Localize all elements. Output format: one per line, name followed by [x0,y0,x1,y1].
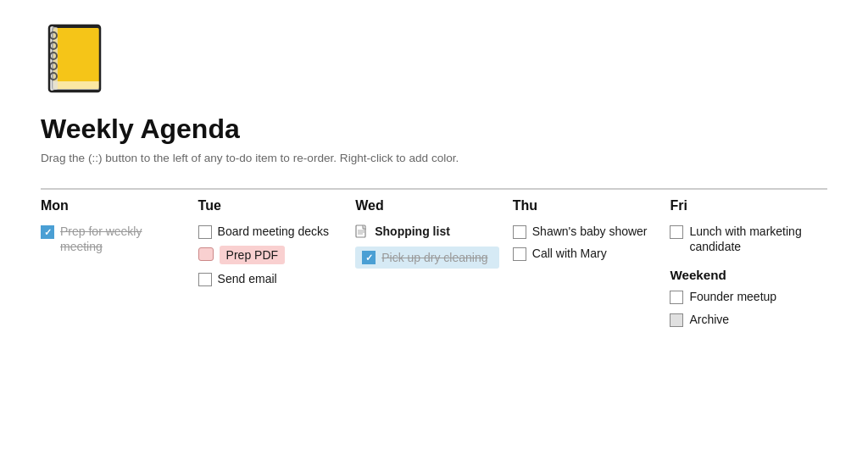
list-item: Pick up dry cleaning [355,247,499,269]
task-text: Pick up dry cleaning [381,250,487,265]
list-item: Prep PDF [198,246,342,264]
task-checkbox[interactable] [198,247,214,261]
list-item: Send email [198,271,342,286]
day-label-mon: Mon [41,198,185,213]
section-header-weekend: Weekend [670,268,814,282]
notebook-icon [41,20,108,97]
task-text: Archive [689,312,729,327]
document-icon [355,224,369,240]
day-col-mon: Mon Prep for weekly meeting [41,188,198,261]
task-checkbox[interactable] [362,251,376,264]
day-col-tue: Tue Board meeting decks Prep PDF Send em… [198,188,356,294]
task-text: Call with Mary [532,246,607,261]
task-checkbox[interactable] [198,273,212,286]
logo-area [41,20,827,100]
list-item: Call with Mary [513,246,657,261]
page-subtitle: Drag the (::) button to the left of any … [41,152,827,164]
task-checkbox[interactable] [670,291,683,304]
day-label-fri: Fri [670,198,814,213]
task-text: Founder meetup [689,289,776,304]
day-col-fri: Fri Lunch with marketing candidate Weeke… [670,188,827,334]
day-col-thu: Thu Shawn's baby shower Call with Mary [513,188,670,268]
task-checkbox[interactable] [41,225,54,239]
task-text: Prep PDF [220,246,285,264]
task-text: Shawn's baby shower [532,224,648,239]
task-checkbox[interactable] [198,225,212,239]
task-text: Shopping list [375,224,450,239]
task-checkbox[interactable] [670,313,683,327]
svg-rect-0 [53,27,100,90]
list-item: Founder meetup [670,289,814,304]
day-label-tue: Tue [198,198,342,213]
day-label-wed: Wed [355,198,499,213]
task-checkbox[interactable] [513,225,526,239]
list-item: Shopping list [355,224,499,240]
weekly-columns: Mon Prep for weekly meeting Tue Board me… [41,188,827,334]
page-title: Weekly Agenda [41,114,827,145]
task-text: Prep for weekly meeting [60,224,185,254]
list-item: Archive [670,312,814,327]
svg-rect-2 [53,81,100,90]
task-text: Lunch with marketing candidate [689,224,814,254]
task-text: Board meeting decks [218,224,330,239]
task-text: Send email [218,271,277,286]
task-checkbox[interactable] [670,225,683,239]
task-checkbox[interactable] [513,247,526,261]
list-item: Lunch with marketing candidate [670,224,814,254]
list-item: Board meeting decks [198,224,342,239]
day-col-wed: Wed Shopping list Pick up dry cleaning [355,188,513,275]
day-label-thu: Thu [513,198,657,213]
list-item: Prep for weekly meeting [41,224,185,254]
list-item: Shawn's baby shower [513,224,657,239]
